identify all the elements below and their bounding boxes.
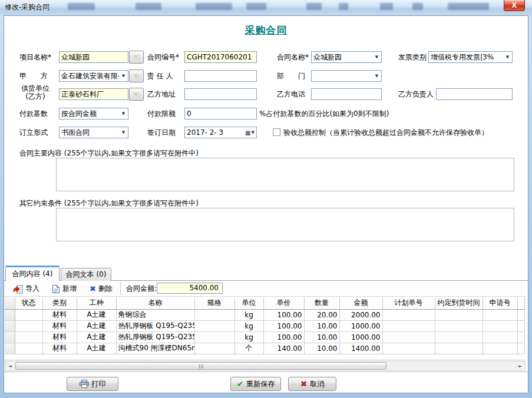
responsible-input[interactable] (184, 70, 257, 82)
cell: 100.00 (263, 320, 304, 331)
horizontal-scrollbar[interactable]: ◄ ► (5, 361, 526, 371)
main-content-textarea[interactable] (56, 158, 514, 191)
party-b-address-input[interactable] (184, 88, 257, 100)
sign-date-value: 2017- 2- 3 (187, 128, 243, 137)
print-button[interactable]: 打印 (67, 377, 118, 391)
column-header[interactable]: 单价 (263, 297, 304, 309)
cell (382, 331, 435, 343)
department-select[interactable]: ▼ (311, 70, 382, 82)
contract-no-label: 合同编号* (147, 51, 179, 63)
sign-date-label: 签订日期 (147, 127, 176, 138)
cell (382, 309, 435, 320)
cell: 20.00 (304, 309, 339, 320)
column-header[interactable]: 单位 (234, 297, 263, 309)
titlebar-ghost (306, 3, 322, 10)
new-document-icon (52, 284, 60, 294)
table-row[interactable]: 材料A土建热轧厚钢板 Q195-Q235 8kg100.0010.001000.… (5, 331, 524, 343)
titlebar: 修改-采购合同 X (0, 0, 532, 15)
calendar-icon[interactable]: ▦▼ (243, 127, 256, 138)
cell: kg (234, 320, 263, 331)
column-header[interactable]: 申请号 (483, 297, 517, 309)
cell: A土建 (77, 309, 116, 320)
cell: 材料 (42, 343, 77, 354)
save-button[interactable]: ✔ 重新保存 (230, 377, 281, 391)
scroll-right-arrow[interactable]: ► (516, 361, 525, 370)
contract-name-select[interactable]: 众城新园 ▼ (311, 51, 382, 63)
supplier-lookup-button[interactable]: ☜ (129, 88, 144, 101)
tab-contract-content[interactable]: 合同内容 (4) (5, 266, 60, 281)
table-row[interactable]: 材料A土建沟槽式90 闸渫稉DN65mm个140.0010.001400.00 (5, 343, 524, 354)
column-header[interactable]: 数量 (304, 297, 339, 309)
amount-label: 合同金额: (126, 283, 157, 294)
import-button[interactable]: 导入 (11, 282, 42, 296)
acceptance-control-checkbox[interactable] (273, 128, 280, 136)
contract-amount-field[interactable]: 5400.00 (157, 283, 223, 294)
grid-toolbar: 导入 新增 ✖ 删除 合同金额: 5400.00 (5, 281, 526, 297)
hand-icon: ☜ (133, 89, 140, 99)
column-header[interactable]: 约定到货时间 (435, 297, 483, 309)
add-button[interactable]: 新增 (49, 282, 79, 296)
cell: 1000.00 (339, 320, 382, 331)
project-name-input[interactable] (59, 51, 128, 63)
sign-date-picker[interactable]: 2017- 2- 3 ▦▼ (184, 127, 257, 138)
cell (15, 331, 42, 343)
cell: 材料 (42, 309, 77, 320)
cell (194, 309, 234, 320)
column-header[interactable]: 计划单号 (382, 297, 435, 309)
titlebar-ghost (136, 3, 161, 10)
cancel-button[interactable]: ✖ 取消 (288, 377, 336, 391)
cell: 2000.00 (339, 309, 382, 320)
payment-base-value: 按合同金额 (61, 109, 119, 119)
cell: 热轧厚钢板 Q195-Q235 2 (116, 320, 194, 331)
other-terms-textarea[interactable] (56, 208, 514, 241)
cell (382, 320, 435, 331)
cell: 100.00 (263, 309, 304, 320)
column-header[interactable]: 名称 (116, 297, 194, 309)
supplier-input[interactable] (59, 88, 128, 100)
party-b-manager-input[interactable] (436, 88, 513, 100)
cell (194, 343, 234, 354)
scrollbar-thumb[interactable] (15, 362, 386, 370)
contract-name-value: 众城新园 (313, 52, 372, 62)
hand-icon: ☜ (133, 52, 140, 62)
grid-header-row: 状态类别工种名称规格单位单价数量金额计划单号约定到货时间申请号 (5, 297, 524, 309)
party-a-lookup-button[interactable]: ☜ (129, 69, 144, 82)
responsible-label: 责 任 人 (147, 70, 173, 82)
column-header[interactable]: 金额 (339, 297, 382, 309)
scroll-left-arrow[interactable]: ◄ (5, 361, 15, 370)
cell: kg (234, 331, 263, 343)
project-lookup-button[interactable]: ☜ (129, 51, 144, 64)
column-header[interactable]: 工种 (77, 297, 116, 309)
payment-limit-input[interactable] (184, 108, 257, 120)
invoice-type-select[interactable]: 增值税专用发票|3% ▼ (428, 51, 513, 63)
party-a-select[interactable]: 金石建筑安装有限公司 ▼ (59, 70, 128, 82)
dialog-body: 采购合同 项目名称* ☜ 合同编号* 合同名称* 众城新园 ▼ 发票类别 增值税… (4, 15, 528, 393)
cell (435, 343, 483, 354)
column-header[interactable]: 状态 (15, 297, 42, 309)
window-title: 修改-采购合同 (5, 2, 49, 12)
titlebar-ghost (448, 3, 489, 10)
party-b-phone-label: 乙方电话 (277, 88, 305, 100)
chevron-down-icon: ▼ (119, 111, 128, 116)
cell (435, 320, 483, 331)
cell (15, 343, 42, 354)
chevron-down-icon: ▼ (372, 55, 381, 59)
cancel-icon: ✖ (300, 379, 308, 389)
tab-contract-text[interactable]: 合同文本 (0) (61, 268, 111, 281)
form-type-select[interactable]: 书面合同 ▼ (59, 127, 128, 138)
contract-no-input[interactable] (184, 51, 257, 63)
party-b-phone-input[interactable] (311, 88, 382, 100)
cell: 材料 (42, 331, 77, 343)
close-button[interactable]: X (504, 0, 525, 11)
delete-button[interactable]: ✖ 删除 (87, 282, 115, 296)
table-row[interactable]: 材料A土建角钢综合kg100.0020.002000.00 (5, 309, 524, 320)
table-row[interactable]: 材料A土建热轧厚钢板 Q195-Q235 2kg100.0010.001000.… (5, 320, 524, 331)
cell: 沟槽式90 闸渫稉DN65mm (116, 343, 194, 354)
party-a-value: 金石建筑安装有限公司 (61, 71, 119, 81)
column-header[interactable]: 类别 (42, 297, 77, 309)
payment-base-select[interactable]: 按合同金额 ▼ (59, 108, 128, 120)
page-title: 采购合同 (4, 24, 528, 37)
cell: 100.00 (263, 331, 304, 343)
chevron-down-icon: ▼ (252, 130, 255, 135)
column-header[interactable]: 规格 (194, 297, 234, 309)
